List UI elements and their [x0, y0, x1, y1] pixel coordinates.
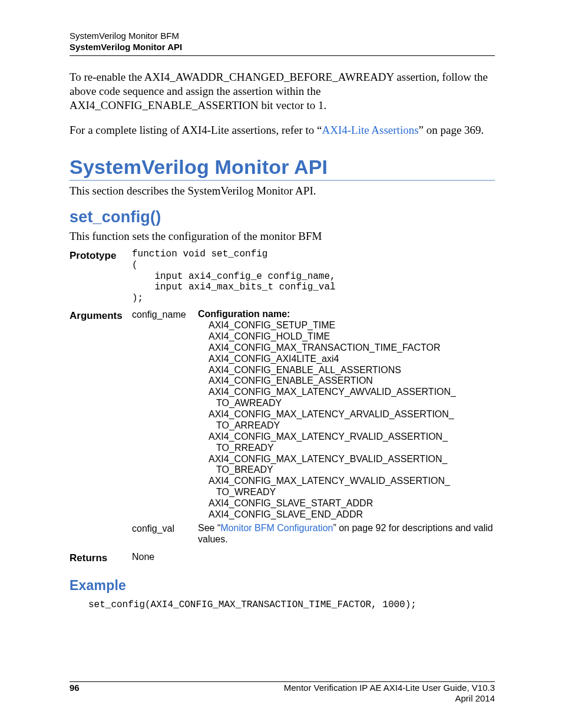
config-name-item: AXI4_CONFIG_AXI4LITE_axi4: [209, 354, 495, 365]
header-rule: [70, 55, 495, 56]
config-name-item: AXI4_CONFIG_SLAVE_START_ADDR: [209, 498, 495, 509]
arg-config-name-row: config_name Configuration name: AXI4_CON…: [132, 309, 495, 521]
prototype-row: Prototype function void set_config ( inp…: [70, 249, 495, 304]
running-head: SystemVerilog Monitor BFM SystemVerilog …: [70, 31, 495, 53]
config-name-item: TO_ARREADY: [209, 420, 495, 431]
config-name-item: TO_WREADY: [209, 487, 495, 498]
config-name-item: AXI4_CONFIG_SLAVE_END_ADDR: [209, 509, 495, 521]
config-name-item: AXI4_CONFIG_MAX_LATENCY_WVALID_ASSERTION…: [209, 476, 495, 487]
running-head-line2: SystemVerilog Monitor API: [70, 42, 495, 53]
config-name-item: AXI4_CONFIG_MAX_LATENCY_AWVALID_ASSERTIO…: [209, 387, 495, 398]
config-name-item: AXI4_CONFIG_MAX_LATENCY_RVALID_ASSERTION…: [209, 431, 495, 443]
section-desc: This section describes the SystemVerilog…: [70, 185, 495, 197]
arg-config-name: config_name: [132, 309, 198, 320]
footer-date: April 2014: [284, 693, 495, 704]
config-name-item: TO_AWREADY: [209, 398, 495, 409]
prototype-label: Prototype: [70, 249, 132, 262]
config-name-item: AXI4_CONFIG_ENABLE_ALL_ASSERTIONS: [209, 365, 495, 376]
returns-value: None: [132, 551, 198, 562]
func-title: set_config(): [70, 208, 495, 226]
intro-paragraph-2: For a complete listing of AXI4-Lite asse…: [70, 123, 495, 137]
config-name-list: AXI4_CONFIG_SETUP_TIMEAXI4_CONFIG_HOLD_T…: [198, 320, 495, 521]
footer-title: Mentor Verification IP AE AXI4-Lite User…: [284, 683, 495, 694]
config-name-item: AXI4_CONFIG_MAX_LATENCY_ARVALID_ASSERTIO…: [209, 409, 495, 420]
returns-label: Returns: [70, 551, 132, 564]
prototype-code: function void set_config ( input axi4_co…: [132, 249, 495, 304]
intro-paragraph-1: To re-enable the AXI4_AWADDR_CHANGED_BEF…: [70, 70, 495, 113]
arg-config-val-desc: See “Monitor BFM Configuration” on page …: [198, 523, 495, 545]
example-code: set_config(AXI4_CONFIG_MAX_TRANSACTION_T…: [88, 599, 495, 610]
config-name-item: TO_RREADY: [209, 443, 495, 454]
arg-config-val-row: config_val See “Monitor BFM Configuratio…: [132, 523, 495, 545]
func-desc: This function sets the configuration of …: [70, 230, 495, 243]
running-head-line1: SystemVerilog Monitor BFM: [70, 31, 495, 42]
arg-config-name-desc: Configuration name: AXI4_CONFIG_SETUP_TI…: [198, 309, 495, 521]
section-title: SystemVerilog Monitor API: [70, 156, 495, 181]
footer: 96 Mentor Verification IP AE AXI4-Lite U…: [70, 683, 495, 705]
arguments-row: Arguments config_name Configuration name…: [70, 309, 495, 547]
config-name-item: AXI4_CONFIG_MAX_TRANSACTION_TIME_FACTOR: [209, 342, 495, 354]
config-name-item: AXI4_CONFIG_MAX_LATENCY_BVALID_ASSERTION…: [209, 454, 495, 465]
intro-para2-pre: For a complete listing of AXI4-Lite asse…: [70, 124, 322, 136]
config-name-item: AXI4_CONFIG_ENABLE_ASSERTION: [209, 375, 495, 387]
config-name-item: AXI4_CONFIG_SETUP_TIME: [209, 320, 495, 331]
config-val-pre: See “: [198, 523, 220, 533]
link-axi4-lite-assertions[interactable]: AXI4-Lite Assertions: [322, 124, 418, 136]
intro-para2-post: ” on page 369.: [419, 124, 484, 136]
example-title: Example: [70, 578, 495, 594]
arguments-label: Arguments: [70, 309, 132, 322]
link-monitor-bfm-configuration[interactable]: Monitor BFM Configuration: [220, 523, 333, 533]
arg-config-val: config_val: [132, 523, 198, 534]
config-name-title: Configuration name:: [198, 309, 290, 319]
returns-row: Returns None: [70, 551, 495, 565]
page-number: 96: [70, 683, 80, 705]
config-name-item: TO_BREADY: [209, 465, 495, 476]
config-name-item: AXI4_CONFIG_HOLD_TIME: [209, 331, 495, 342]
